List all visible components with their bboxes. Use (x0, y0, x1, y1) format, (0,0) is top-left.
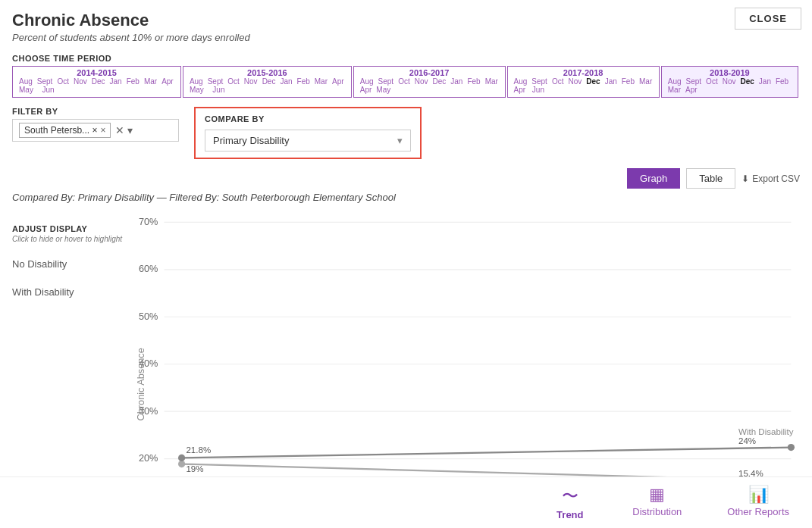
filter-label: FILTER BY (12, 107, 179, 116)
table-button[interactable]: Table (686, 168, 735, 189)
time-block-2016-2017[interactable]: 2016-2017 AugSeptOctNovDec JanFebMarAprM… (353, 66, 506, 98)
nav-other-reports-label: Other Reports (727, 506, 789, 517)
download-icon: ⬇ (741, 173, 749, 184)
compare-selected-value: Primary Disability (213, 135, 289, 146)
svg-point-32 (788, 444, 795, 451)
svg-text:50%: 50% (139, 311, 158, 322)
time-block-2017-2018[interactable]: 2017-2018 AugSeptOctNovDec JanFebMarApr … (507, 66, 660, 98)
time-period-label: CHOOSE TIME PERIOD (12, 54, 800, 63)
page: CLOSE Chronic Absence Percent of student… (0, 0, 812, 528)
svg-text:20%: 20% (139, 452, 158, 464)
svg-text:24%: 24% (738, 436, 756, 445)
distribution-icon: ▦ (649, 485, 665, 505)
adjust-display-title: ADJUST DISPLAY (12, 224, 133, 233)
time-block-2015-2016[interactable]: 2015-2016 AugSeptOctNovDec JanFebMarAprM… (183, 66, 352, 98)
adjust-display-subtitle: Click to hide or hover to highlight (12, 235, 133, 243)
svg-text:19%: 19% (186, 464, 203, 473)
legend-with-disability[interactable]: With Disability (12, 286, 133, 298)
other-reports-icon: 📊 (748, 485, 769, 505)
page-subtitle: Percent of students absent 10% or more d… (12, 32, 800, 43)
svg-point-29 (178, 461, 185, 467)
nav-distribution-label: Distribution (632, 506, 682, 517)
compare-arrow-icon: ▾ (397, 135, 403, 146)
export-csv-label: Export CSV (752, 173, 800, 184)
nav-item-other-reports[interactable]: 📊 Other Reports (704, 477, 812, 528)
filter-dropdown-icon[interactable]: ▾ (127, 124, 133, 136)
close-button[interactable]: CLOSE (735, 8, 801, 30)
nav-item-distribution[interactable]: ▦ Distribution (610, 477, 704, 528)
time-period-row: 2014-2015 AugSeptOctNovDec JanFebMarAprM… (12, 66, 800, 98)
export-csv-button[interactable]: ⬇ Export CSV (741, 173, 800, 184)
time-block-2018-2019[interactable]: 2018-2019 AugSeptOctNovDec JanFebMarApr (661, 66, 798, 98)
filter-tag-text: South Petersb... × (24, 125, 97, 136)
filter-clear-icon[interactable]: ✕ (115, 124, 124, 136)
compare-label: COMPARE BY (205, 114, 411, 123)
svg-text:70%: 70% (139, 216, 158, 227)
time-period-section: CHOOSE TIME PERIOD 2014-2015 AugSeptOctN… (0, 54, 812, 98)
filter-input[interactable]: South Petersb... × × ✕ ▾ (12, 119, 179, 142)
legend-no-disability[interactable]: No Disability (12, 258, 133, 270)
graph-button[interactable]: Graph (627, 168, 680, 189)
compare-description: Compared By: Primary Disability — Filter… (0, 189, 812, 206)
svg-text:With Disability: With Disability (738, 427, 794, 436)
graph-table-row: Graph Table ⬇ Export CSV (0, 168, 812, 189)
svg-text:60%: 60% (139, 263, 158, 274)
bottom-nav: 〜 Trend ▦ Distribution 📊 Other Reports (0, 476, 812, 528)
svg-text:21.8%: 21.8% (186, 445, 211, 455)
time-block-2014-2015[interactable]: 2014-2015 AugSeptOctNovDec JanFebMarAprM… (12, 66, 181, 98)
compare-dropdown[interactable]: Primary Disability ▾ (205, 130, 411, 152)
svg-point-31 (178, 455, 185, 461)
trend-icon: 〜 (562, 485, 578, 508)
nav-trend-label: Trend (556, 509, 583, 520)
compare-section: COMPARE BY Primary Disability ▾ (194, 107, 422, 159)
filter-section: FILTER BY South Petersb... × × ✕ ▾ (12, 107, 179, 142)
filter-tag: South Petersb... × × (19, 123, 111, 138)
filter-tag-remove[interactable]: × (100, 125, 105, 136)
page-title: Chronic Absence (12, 11, 800, 30)
header: Chronic Absence Percent of students abse… (0, 0, 812, 49)
svg-text:Chronic Absence: Chronic Absence (135, 348, 146, 420)
nav-item-trend[interactable]: 〜 Trend (530, 477, 610, 528)
filter-compare-row: FILTER BY South Petersb... × × ✕ ▾ COMPA… (0, 101, 812, 165)
